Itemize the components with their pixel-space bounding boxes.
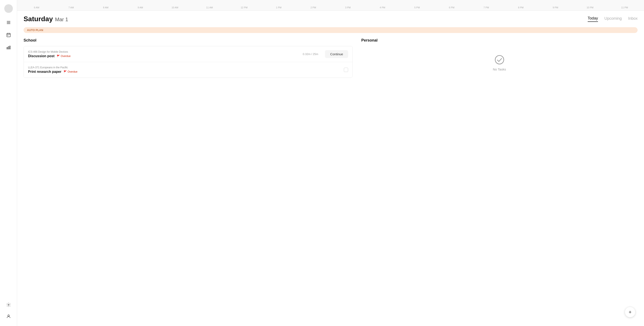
school-task-list: ICS-466 Design for Mobile Devices Discus… xyxy=(24,46,352,78)
timeline-slot: 5 PM xyxy=(400,6,434,9)
timeline-slot: 7 PM xyxy=(469,6,504,9)
task-info-2: LLEA-371 Europeans in the Pacific Print … xyxy=(28,66,340,74)
hamburger-menu-icon[interactable] xyxy=(5,19,12,26)
sidebar xyxy=(0,0,17,326)
svg-rect-9 xyxy=(8,47,9,49)
timeline-slot: 2 PM xyxy=(296,6,331,9)
task-course-2: LLEA-371 Europeans in the Pacific xyxy=(28,66,340,69)
bar-chart-icon[interactable] xyxy=(5,44,12,51)
fab-plus-icon: + xyxy=(628,309,632,315)
task-checkbox[interactable] xyxy=(344,68,348,72)
svg-rect-8 xyxy=(7,47,8,49)
sidebar-nav xyxy=(5,19,12,301)
calendar-icon[interactable] xyxy=(5,32,12,38)
timeline-slot: 8 PM xyxy=(504,6,538,9)
task-time: 0.32m / 25m xyxy=(303,53,318,56)
school-section-title: School xyxy=(24,38,352,43)
school-section: School ICS-466 Design for Mobile Devices… xyxy=(24,38,352,322)
settings-icon[interactable] xyxy=(5,301,12,308)
overdue-badge-2: 🚩 Overdue xyxy=(64,70,78,73)
sidebar-bottom xyxy=(5,301,12,319)
timeline-slot: 4 PM xyxy=(365,6,400,9)
timeline-slot: 10 AM xyxy=(158,6,192,9)
tab-inbox[interactable]: Inbox xyxy=(628,16,638,22)
flag-icon-2: 🚩 xyxy=(64,70,67,73)
table-row: LLEA-371 Europeans in the Pacific Print … xyxy=(24,62,352,78)
task-info: ICS-466 Design for Mobile Devices Discus… xyxy=(28,50,299,58)
svg-rect-7 xyxy=(8,35,8,36)
table-row: ICS-466 Design for Mobile Devices Discus… xyxy=(24,46,352,62)
timeline-slot: 1 PM xyxy=(262,6,296,9)
continue-button[interactable]: Continue xyxy=(325,50,348,58)
nav-tabs: Today Upcoming Inbox xyxy=(588,16,638,22)
overdue-label-2: Overdue xyxy=(68,70,78,73)
check-circle-icon xyxy=(494,55,504,65)
svg-rect-0 xyxy=(7,21,10,22)
task-sections: School ICS-466 Design for Mobile Devices… xyxy=(24,38,638,322)
svg-point-11 xyxy=(8,304,9,305)
page-title: Saturday xyxy=(24,15,53,23)
timeline-slot: 7 AM xyxy=(54,6,89,9)
svg-point-12 xyxy=(8,315,9,316)
page-title-group: Saturday Mar 1 xyxy=(24,15,68,23)
tab-today[interactable]: Today xyxy=(588,16,598,22)
fab-button[interactable]: + xyxy=(625,307,636,317)
flag-icon: 🚩 xyxy=(57,55,60,58)
auto-plan-button[interactable]: AUTO PLAN xyxy=(24,27,638,33)
tab-upcoming[interactable]: Upcoming xyxy=(604,16,622,22)
timeline-slots: 6 AM7 AM8 AM9 AM10 AM11 AM12 PM1 PM2 PM3… xyxy=(17,6,644,9)
timeline-slot: 10 PM xyxy=(573,6,608,9)
timeline-slot: 3 PM xyxy=(330,6,365,9)
main-content: 6 AM7 AM8 AM9 AM10 AM11 AM12 PM1 PM2 PM3… xyxy=(17,0,644,326)
avatar xyxy=(4,4,13,13)
personal-section-title: Personal xyxy=(361,38,638,43)
timeline-slot: 9 PM xyxy=(538,6,573,9)
timeline-slot: 6 PM xyxy=(434,6,469,9)
content-area: Saturday Mar 1 Today Upcoming Inbox AUTO… xyxy=(17,11,644,326)
no-tasks-label: No Tasks xyxy=(493,68,506,71)
overdue-label: Overdue xyxy=(61,55,71,58)
timeline-header: 6 AM7 AM8 AM9 AM10 AM11 AM12 PM1 PM2 PM3… xyxy=(17,0,644,11)
overdue-badge: 🚩 Overdue xyxy=(57,55,71,58)
svg-rect-3 xyxy=(7,34,10,37)
svg-rect-10 xyxy=(10,46,10,49)
page-date: Mar 1 xyxy=(55,17,68,23)
timeline-slot: 12 PM xyxy=(227,6,262,9)
task-name-row: Discussion post 🚩 Overdue xyxy=(28,54,299,58)
timeline-slot: 8 AM xyxy=(88,6,123,9)
svg-point-13 xyxy=(495,56,504,64)
user-icon[interactable] xyxy=(5,313,12,319)
personal-section: Personal No Tasks xyxy=(361,38,638,322)
svg-rect-2 xyxy=(7,24,10,24)
timeline-slot: 6 AM xyxy=(19,6,54,9)
task-name-2: Print research paper xyxy=(28,70,62,74)
page-header: Saturday Mar 1 Today Upcoming Inbox xyxy=(24,15,638,23)
task-name: Discussion post xyxy=(28,54,54,58)
no-tasks-container: No Tasks xyxy=(361,46,638,80)
timeline-slot: 11 AM xyxy=(192,6,227,9)
timeline-slot: 9 AM xyxy=(123,6,158,9)
task-course: ICS-466 Design for Mobile Devices xyxy=(28,50,299,53)
task-name-row-2: Print research paper 🚩 Overdue xyxy=(28,70,340,74)
svg-rect-1 xyxy=(7,22,10,23)
timeline-slot: 11 PM xyxy=(608,6,642,9)
